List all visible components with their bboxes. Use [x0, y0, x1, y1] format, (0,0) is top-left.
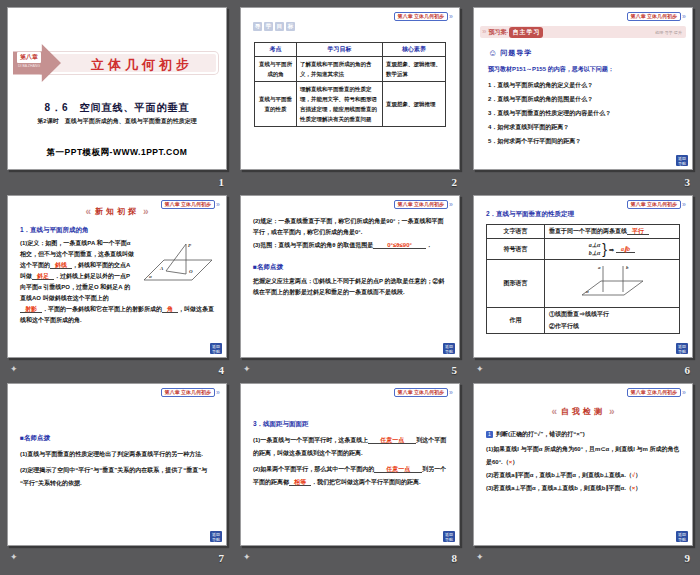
row-label: 符号语言: [487, 239, 545, 260]
chevron-right-icon: »: [449, 389, 453, 396]
transition-icon[interactable]: ✦: [243, 553, 255, 562]
table-row: 符号语言 a⊥α b⊥α } ⇒ a∥b: [487, 239, 680, 260]
slide-sorter-grid: 第八章 DI BA ZHANG 立体几何初步 8．6 空间直线、平面的垂直 第2…: [0, 0, 700, 571]
chevron-right-icon: »: [682, 201, 686, 208]
transition-icon[interactable]: ✦: [10, 553, 22, 562]
incline-line-figure: P A O α: [140, 240, 216, 294]
slide-thumbnail-5[interactable]: 第八章 立体几何初步 » (2)规定：一条直线垂直于平面，称它们所成的角是90°…: [240, 195, 460, 358]
back-nav-button[interactable]: 返回 导航: [676, 155, 688, 166]
chapter-label: 第八章 DI BA ZHANG: [17, 52, 41, 68]
figure-label-P: P: [188, 243, 192, 248]
col-header: 考点: [255, 43, 297, 57]
book-title: 立体几何初步: [70, 56, 214, 74]
chapter-chip-label: 第八章 立体几何初步: [627, 200, 681, 209]
usage-line: ①线面垂直⇒线线平行: [549, 310, 675, 319]
slide-footer-1: 1: [7, 170, 227, 193]
back-nav-button[interactable]: 返回 导航: [210, 343, 222, 354]
table-row: 直线与平面所成的角 了解直线和平面所成的角的含义，并知道其求法 直观想象、逻辑推…: [255, 57, 446, 82]
badge-title: 新知初探: [95, 206, 139, 217]
slide-cell-9: 第八章 立体几何初步 » « 自我检测 » 1 判断(正确的打“√”，错误的打“…: [473, 383, 693, 571]
slide-cell-4: 第八章 立体几何初步 » « 新知初探 » 1．直线与平面所成的角 P: [7, 195, 227, 383]
back-nav-button[interactable]: 返回 导航: [676, 531, 688, 542]
judge-instruction: 判断(正确的打“√”，错误的打“×”): [496, 430, 585, 439]
body-text: (2)如果两个平面平行，那么其中一个平面内的: [253, 466, 374, 472]
topic-heading: 2．直线与平面垂直的性质定理: [486, 210, 680, 219]
slide-thumbnail-4[interactable]: 第八章 立体几何初步 » « 新知初探 » 1．直线与平面所成的角 P: [7, 195, 227, 358]
answer-blank: 任意一点: [374, 466, 422, 473]
table-row: 作用 ①线面垂直⇒线线平行 ②作平行线: [487, 308, 680, 334]
table-row: 直线与平面垂直的性质 理解直线和平面垂直的性质定理，并能用文字、符号和图形语言描…: [255, 82, 446, 127]
goal-stamps: 导 学 目 标: [253, 22, 295, 31]
back-nav-label: 导航: [210, 537, 222, 542]
chapter-chip-label: 第八章 立体几何初步: [394, 12, 448, 21]
slide-number: 7: [219, 552, 225, 564]
slide-cell-7: 第八章 立体几何初步 » ■名师点拨 (1)直线与平面垂直的性质定理给出了判定两…: [7, 383, 227, 571]
judge-item: (2)若直线a∥平面α，直线b⊥平面α，则直线b⊥直线a.（√）: [486, 469, 682, 482]
answer-blank: 相等: [289, 479, 311, 486]
slide-thumbnail-9[interactable]: 第八章 立体几何初步 » « 自我检测 » 1 判断(正确的打“√”，错误的打“…: [473, 383, 693, 546]
slide-footer-3: 3: [473, 170, 693, 193]
stamp-icon: 标: [286, 22, 295, 31]
tip-paragraph: (1)直线与平面垂直的性质定理给出了判定两条直线平行的另一种方法.: [20, 448, 216, 461]
chapter-label-text: 第八章: [17, 52, 41, 63]
chevron-right-icon: »: [482, 27, 486, 37]
slide-number: 4: [219, 364, 225, 376]
answer-blank: 任意一点: [368, 437, 416, 444]
chapter-chip-label: 第八章 立体几何初步: [394, 200, 448, 209]
preview-lead: 预习教材P151～P155 的内容，思考以下问题：: [488, 65, 680, 74]
implies-arrow-icon: ⇒: [609, 246, 614, 253]
transition-icon[interactable]: ✦: [476, 365, 488, 374]
parallel-lines-figure: a b α: [577, 262, 647, 304]
row-label: 作用: [487, 308, 545, 334]
judge-item: (3)若直线a⊥平面α，直线a⊥直线b，则直线b∥平面α.（×）: [486, 482, 682, 495]
body-text: (3)若直线a⊥平面α，直线a⊥直线b，则直线b∥平面α.（: [486, 485, 632, 491]
question-number-icon: 1: [486, 431, 493, 438]
chapter-chip: 第八章 立体几何初步 »: [394, 200, 453, 209]
stamp-icon: 目: [275, 22, 284, 31]
back-nav-label: 导航: [443, 349, 455, 354]
answer-blank: 射影: [20, 306, 42, 313]
slide-thumbnail-7[interactable]: 第八章 立体几何初步 » ■名师点拨 (1)直线与平面垂直的性质定理给出了判定两…: [7, 383, 227, 546]
chapter-chip: 第八章 立体几何初步 »: [627, 200, 686, 209]
slide-thumbnail-1[interactable]: 第八章 DI BA ZHANG 立体几何初步 8．6 空间直线、平面的垂直 第2…: [7, 7, 227, 170]
transition-icon[interactable]: ✦: [10, 365, 22, 374]
table-cell: 垂直于同一个平面的两条直线平行: [544, 225, 679, 239]
chevron-right-icon: »: [216, 389, 220, 396]
back-nav-button[interactable]: 返回 导航: [443, 343, 455, 354]
premise-line: a⊥α: [589, 241, 601, 249]
slide-thumbnail-3[interactable]: 第八章 立体几何初步 » » 预习案· 自主学习 梳理·导学·提升 ☺ 问题导学…: [473, 7, 693, 170]
table-cell: 直线与平面所成的角: [255, 57, 297, 82]
table-cell: 了解直线和平面所成的角的含义，并知道其求法: [297, 57, 383, 82]
template-site-credit: 第一PPT模板网-WWW.1PPT.COM: [8, 147, 226, 159]
back-nav-button[interactable]: 返回 导航: [210, 531, 222, 542]
body-text: ）: [635, 485, 641, 491]
back-nav-label: 导航: [443, 537, 455, 542]
body-text: (2)若直线a∥平面α，直线b⊥平面α，则直线b⊥直线a.（: [486, 472, 632, 478]
back-nav-button[interactable]: 返回 导航: [676, 343, 688, 354]
back-nav-button[interactable]: 返回 导航: [443, 531, 455, 542]
table-cell: ①线面垂直⇒线线平行 ②作平行线: [544, 308, 679, 334]
slide-content: (2)规定：一条直线垂直于平面，称它们所成的角是90°；一条直线和平面平行，或在…: [253, 216, 449, 298]
slide-thumbnail-6[interactable]: 第八章 立体几何初步 » 2．直线与平面垂直的性质定理 文字语言 垂直于同一个平…: [473, 195, 693, 358]
usage-line: ②作平行线: [549, 322, 675, 331]
transition-icon[interactable]: ✦: [476, 553, 488, 562]
transition-icon[interactable]: ✦: [243, 365, 255, 374]
slide-footer-2: 2: [240, 170, 460, 193]
brace-icon: }: [602, 242, 607, 256]
figure-label-b: b: [626, 265, 629, 270]
figure-label-alpha: α: [149, 274, 152, 279]
slide-content: ☺ 问题导学 预习教材P151～P155 的内容，思考以下问题： 1．直线与平面…: [488, 48, 680, 148]
chapter-chip: 第八章 立体几何初步 »: [161, 200, 220, 209]
chevron-right-icon: »: [682, 13, 686, 20]
slide-thumbnail-8[interactable]: 第八章 立体几何初步 » 3．线面距与面面距 (1)一条直线与一个平面平行时，这…: [240, 383, 460, 546]
slide-content: 2．直线与平面垂直的性质定理 文字语言 垂直于同一个平面的两条直线平行 符号语言: [486, 210, 680, 334]
chapter-chip-label: 第八章 立体几何初步: [627, 388, 681, 397]
teacher-tip-paragraph: 把握定义应注意两点：①斜线上不同于斜足的点P 的选取是任意的；②斜线在平面上的射…: [253, 276, 449, 298]
answer-blank: 斜线: [50, 262, 72, 269]
badge-left-ornament-icon: «: [85, 207, 91, 217]
badge-right-ornament-icon: »: [609, 407, 615, 417]
question-item: 1．直线与平面所成的角的定义是什么？: [488, 78, 680, 92]
slide-thumbnail-2[interactable]: 第八章 立体几何初步 » 导 学 目 标 考点 学习目标 核心素养 直线与平面所…: [240, 7, 460, 170]
question-item: 2．直线与平面所成的角的范围是什么？: [488, 92, 680, 106]
back-nav-label: 导航: [676, 349, 688, 354]
